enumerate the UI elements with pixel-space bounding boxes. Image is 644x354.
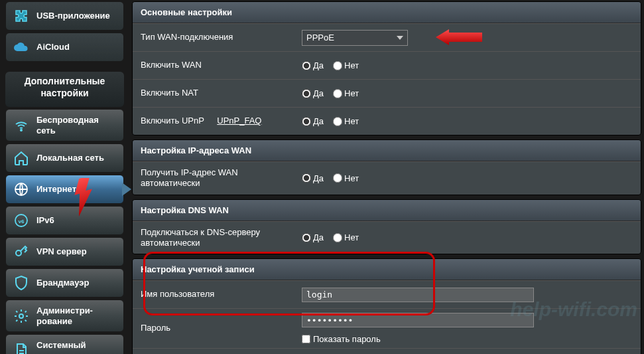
username-input[interactable] <box>302 288 534 302</box>
svg-point-0 <box>21 130 22 131</box>
row-auto-ip: Получить IP-адрес WAN автоматически Да Н… <box>133 161 641 195</box>
sidebar-item-admin[interactable]: Администри-рование <box>5 300 124 332</box>
key-icon <box>13 243 30 260</box>
sidebar-item-label: IPv6 <box>36 215 54 226</box>
sidebar-item-lan[interactable]: Локальная сеть <box>5 143 124 173</box>
wifi-icon <box>13 117 30 134</box>
panel-header-basic: Основные настройки <box>133 2 641 23</box>
sidebar-item-label: Администри-рование <box>36 306 117 326</box>
panel-ip: Настройка IP-адреса WAN Получить IP-адре… <box>132 139 641 195</box>
upnp-faq-link[interactable]: UPnP_FAQ <box>217 116 261 126</box>
radio-auto-ip-yes[interactable] <box>302 173 311 183</box>
panel-header-account: Настройка учетной записи <box>133 259 641 280</box>
sidebar-item-aicloud[interactable]: AiCloud <box>5 33 124 62</box>
svg-text:v6: v6 <box>19 219 25 224</box>
panel-account: Настройка учетной записи Имя пользовател… <box>132 258 641 354</box>
section-header-advanced: Дополнительные настройки <box>5 72 124 107</box>
radio-auto-ip-no[interactable] <box>333 173 342 183</box>
main-content: Основные настройки Тип WAN-подключения P… <box>129 0 644 354</box>
label-enable-nat: Включить NAT <box>133 82 302 104</box>
sidebar-item-ipv6[interactable]: v6 IPv6 <box>5 206 124 235</box>
cloud-icon <box>13 39 30 56</box>
gear-icon <box>13 308 30 325</box>
radio-enable-nat-yes[interactable] <box>302 89 311 98</box>
panel-header-ip: Настройка IP-адреса WAN <box>133 140 641 161</box>
sidebar-item-label: Беспроводная сеть <box>36 115 117 135</box>
svg-point-4 <box>16 250 21 256</box>
row-enable-upnp: Включить UPnP UPnP_FAQ Да Нет <box>133 107 641 135</box>
radio-enable-upnp-yes[interactable] <box>302 117 311 126</box>
wan-type-select[interactable]: PPPoE <box>302 30 408 46</box>
radio-auto-dns-yes[interactable] <box>302 233 311 242</box>
show-password-checkbox[interactable] <box>302 335 310 343</box>
row-idle-timeout: Время отключения при простое в секундах:… <box>133 348 641 354</box>
ipv6-icon: v6 <box>13 212 30 229</box>
panel-dns: Настройка DNS WAN Подключаться к DNS-сер… <box>132 199 641 255</box>
label-password: Пароль <box>133 317 302 339</box>
puzzle-icon <box>13 7 30 25</box>
row-auto-dns: Подключаться к DNS-серверу автоматически… <box>133 221 641 254</box>
radio-auto-dns-no[interactable] <box>333 233 342 242</box>
show-password-label: Показать пароль <box>313 334 381 344</box>
panel-basic: Основные настройки Тип WAN-подключения P… <box>132 1 641 135</box>
annotation-arrow-icon <box>68 178 101 220</box>
label-enable-wan: Включить WAN <box>133 54 302 76</box>
sidebar-item-firewall[interactable]: Брандмауэр <box>5 268 124 298</box>
globe-icon <box>13 181 30 198</box>
label-wan-type: Тип WAN-подключения <box>133 27 302 48</box>
panel-header-dns: Настройка DNS WAN <box>133 200 641 221</box>
radio-enable-wan-yes[interactable] <box>302 61 311 70</box>
label-auto-ip: Получить IP-адрес WAN автоматически <box>133 162 302 195</box>
row-username: Имя пользователя <box>133 280 641 308</box>
sidebar-item-label: VPN сервер <box>36 246 87 257</box>
sidebar-item-label: USB-приложение <box>36 11 110 21</box>
document-icon <box>13 342 30 354</box>
password-input[interactable] <box>302 313 534 327</box>
row-wan-type: Тип WAN-подключения PPPoE <box>133 23 641 51</box>
row-enable-nat: Включить NAT Да Нет <box>133 79 641 107</box>
shield-icon <box>13 274 30 292</box>
label-idle-timeout: Время отключения при простое в секундах:… <box>133 349 302 354</box>
sidebar-item-label: AiCloud <box>36 42 70 52</box>
sidebar-item-wireless[interactable]: Беспроводная сеть <box>5 109 124 141</box>
sidebar-item-label: Брандмауэр <box>36 278 89 288</box>
radio-enable-wan-no[interactable] <box>333 61 342 70</box>
sidebar-item-label: Локальная сеть <box>36 153 104 163</box>
home-icon <box>13 149 30 167</box>
radio-enable-upnp-no[interactable] <box>333 117 342 126</box>
label-auto-dns: Подключаться к DNS-серверу автоматически <box>133 222 302 254</box>
sidebar: USB-приложение AiCloud Дополнительные на… <box>0 0 129 354</box>
row-enable-wan: Включить WAN Да Нет <box>133 51 641 79</box>
annotation-arrow-icon <box>436 29 482 47</box>
sidebar-item-usb-app[interactable]: USB-приложение <box>5 1 124 31</box>
label-username: Имя пользователя <box>133 284 302 305</box>
label-enable-upnp: Включить UPnP UPnP_FAQ <box>133 110 302 132</box>
radio-enable-nat-no[interactable] <box>333 89 342 98</box>
row-password: Пароль Показать пароль <box>133 308 641 348</box>
sidebar-item-syslog[interactable]: Системный журнал <box>5 334 124 354</box>
svg-point-5 <box>19 314 23 318</box>
sidebar-item-vpn[interactable]: VPN сервер <box>5 237 124 266</box>
sidebar-item-label: Системный журнал <box>36 340 117 354</box>
sidebar-item-internet[interactable]: Интернет <box>5 175 124 204</box>
